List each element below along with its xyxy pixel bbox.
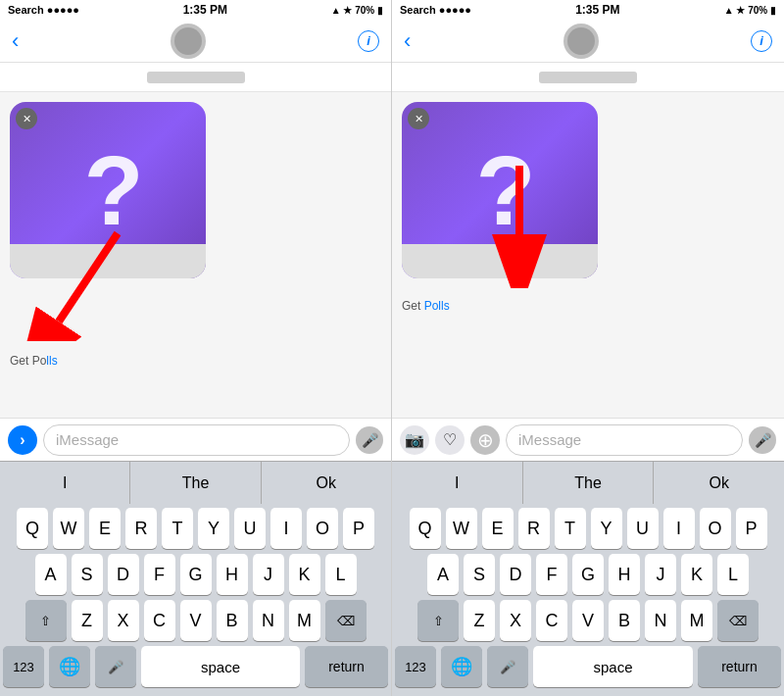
predictive-the-left[interactable]: The [130,462,261,504]
key-o-left[interactable]: O [307,508,338,549]
key-t-left[interactable]: T [162,508,193,549]
mic-button-right[interactable]: 🎤 [749,426,776,454]
close-button-left[interactable] [16,108,37,129]
heart-button-right[interactable]: ♡ [435,425,465,455]
key-j-right[interactable]: J [645,554,676,595]
mic-icon-left: 🎤 [362,432,378,448]
key-s-left[interactable]: S [72,554,103,595]
key-j-left[interactable]: J [253,554,284,595]
key-h-left[interactable]: H [217,554,248,595]
predictive-bar-left: I The Ok [0,461,391,504]
key-z-left[interactable]: Z [72,600,103,641]
key-m-left[interactable]: M [289,600,320,641]
predictive-ok-left[interactable]: Ok [262,462,391,504]
key-shift-right[interactable]: ⇧ [417,600,459,641]
key-t-right[interactable]: T [555,508,586,549]
key-g-right[interactable]: G [572,554,604,595]
contact-name-right [539,72,637,83]
key-a-left[interactable]: A [35,554,67,595]
key-n-left[interactable]: N [253,600,284,641]
key-d-left[interactable]: D [108,554,139,595]
key-i-left[interactable]: I [270,508,302,549]
key-123-right[interactable]: 123 [395,646,436,687]
app-card-left[interactable]: ? [10,102,206,278]
key-i-right[interactable]: I [663,508,695,549]
key-mic-left[interactable]: 🎤 [95,646,136,687]
key-a-right[interactable]: A [427,554,459,595]
key-e-left[interactable]: E [89,508,121,549]
key-mic-right[interactable]: 🎤 [487,646,528,687]
key-n-right[interactable]: N [645,600,676,641]
key-y-left[interactable]: Y [198,508,229,549]
message-area-right: ? Get Polls [392,92,784,418]
info-button-left[interactable]: i [358,30,379,52]
key-l-left[interactable]: L [325,554,357,595]
key-shift-left[interactable]: ⇧ [25,600,67,641]
key-k-right[interactable]: K [681,554,712,595]
key-q-right[interactable]: Q [410,508,441,549]
key-x-right[interactable]: X [500,600,531,641]
key-delete-right[interactable]: ⌫ [717,600,759,641]
key-s-right[interactable]: S [464,554,495,595]
key-l-right[interactable]: L [717,554,749,595]
key-m-right[interactable]: M [681,600,712,641]
key-v-left[interactable]: V [180,600,212,641]
key-r-left[interactable]: R [125,508,157,549]
key-q-left[interactable]: Q [17,508,48,549]
predictive-ok-right[interactable]: Ok [654,462,784,504]
expand-icon-left: › [20,431,24,449]
key-x-left[interactable]: X [108,600,139,641]
predictive-i-left[interactable]: I [0,462,130,504]
key-c-right[interactable]: C [536,600,567,641]
expand-button-left[interactable]: › [8,425,37,455]
key-e-right[interactable]: E [482,508,514,549]
key-r-right[interactable]: R [518,508,550,549]
key-f-left[interactable]: F [144,554,175,595]
key-d-right[interactable]: D [500,554,531,595]
get-polls-label-right: Get Polls [402,296,450,314]
key-c-left[interactable]: C [144,600,175,641]
key-f-right[interactable]: F [536,554,567,595]
contact-name-bar-left [0,63,391,92]
nav-bar-left: ‹ i [0,20,391,63]
key-k-left[interactable]: K [289,554,320,595]
key-globe-left[interactable]: 🌐 [49,646,90,687]
key-u-right[interactable]: U [627,508,659,549]
mic-button-left[interactable]: 🎤 [356,426,383,454]
info-button-right[interactable]: i [751,30,772,52]
message-input-right[interactable]: iMessage [506,424,743,456]
camera-button-right[interactable]: 📷 [400,425,429,455]
key-g-left[interactable]: G [180,554,212,595]
key-o-right[interactable]: O [700,508,731,549]
status-bar-right: Search ●●●●● 1:35 PM ▲ ★ 70% ▮ [392,0,784,20]
key-globe-right[interactable]: 🌐 [441,646,482,687]
apps-button-right[interactable]: ⊕ [470,425,500,455]
key-b-left[interactable]: B [217,600,248,641]
predictive-the-right[interactable]: The [523,462,655,504]
key-space-right[interactable]: space [533,646,693,687]
message-input-left[interactable]: iMessage [43,424,350,456]
key-h-right[interactable]: H [609,554,640,595]
key-w-left[interactable]: W [53,508,84,549]
key-w-right[interactable]: W [446,508,477,549]
key-v-right[interactable]: V [572,600,604,641]
key-return-left[interactable]: return [305,646,388,687]
status-bar-left: Search ●●●●● 1:35 PM ▲ ★ 70% ▮ [0,0,391,20]
key-y-right[interactable]: Y [591,508,622,549]
app-card-right[interactable]: ? [402,102,598,278]
key-123-left[interactable]: 123 [3,646,44,687]
key-p-left[interactable]: P [343,508,374,549]
key-b-right[interactable]: B [609,600,640,641]
key-p-right[interactable]: P [736,508,767,549]
close-button-right[interactable] [408,108,429,129]
key-delete-left[interactable]: ⌫ [325,600,367,641]
key-space-left[interactable]: space [141,646,300,687]
back-button-left[interactable]: ‹ [12,28,19,54]
key-z-right[interactable]: Z [464,600,495,641]
back-button-right[interactable]: ‹ [404,28,411,54]
key-row-4-left: 123 🌐 🎤 space return [3,646,388,687]
key-return-right[interactable]: return [698,646,781,687]
key-u-left[interactable]: U [234,508,266,549]
contact-name-bar-right [392,63,784,92]
predictive-i-right[interactable]: I [392,462,523,504]
